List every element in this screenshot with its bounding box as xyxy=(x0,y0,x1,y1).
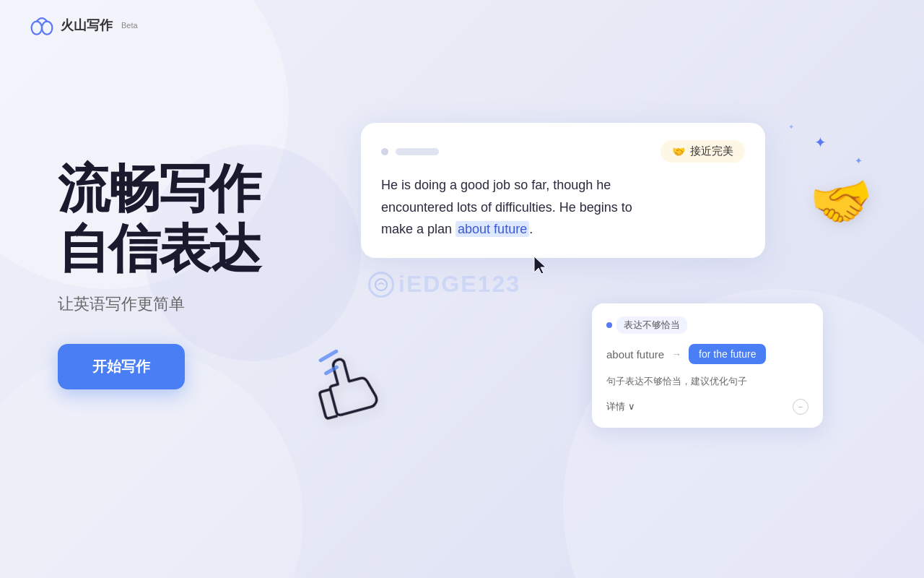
tag-label: 表达不够恰当 xyxy=(616,316,687,334)
original-text: about future xyxy=(606,348,664,361)
chevron-down-icon: ∨ xyxy=(628,401,635,412)
hero-title: 流畅写作 自信表达 xyxy=(58,159,260,279)
watermark: iEDGE123 xyxy=(368,271,520,298)
score-emoji: 🤝 xyxy=(672,145,686,158)
logo-icon xyxy=(29,12,55,38)
editor-card: 🤝 接近完美 He is doing a good job so far, th… xyxy=(361,123,765,258)
card-header: 🤝 接近完美 xyxy=(381,140,745,163)
title-bar-placeholder xyxy=(396,148,439,155)
watermark-text: iEDGE123 xyxy=(398,271,520,298)
sparkle-icon-1: ✦ xyxy=(814,134,827,151)
sparkle-icon-2: ✦ xyxy=(855,155,863,166)
sparkle-icon-3: ✦ xyxy=(788,123,794,131)
dot-1 xyxy=(381,148,388,155)
svg-point-1 xyxy=(42,22,52,35)
logo-text: 火山写作 xyxy=(61,17,113,34)
score-badge: 🤝 接近完美 xyxy=(661,140,745,163)
score-label: 接近完美 xyxy=(690,144,733,158)
replacement-pill: for the future xyxy=(689,344,766,364)
suggestion-footer: 详情 ∨ − xyxy=(606,399,808,415)
logo-area: 火山写作 Beta xyxy=(29,12,138,38)
suggestion-replacement-row: about future → for the future xyxy=(606,344,808,364)
tag-dot xyxy=(606,322,612,328)
cursor xyxy=(533,255,547,278)
detail-link-text: 详情 xyxy=(606,400,625,413)
svg-point-2 xyxy=(375,279,387,290)
suggestion-description: 句子表达不够恰当，建议优化句子 xyxy=(606,374,808,389)
highlighted-phrase: about future xyxy=(456,221,529,237)
beta-badge: Beta xyxy=(121,21,138,30)
svg-point-0 xyxy=(32,22,42,35)
wave-emoji-decoration: 🤝 xyxy=(806,168,879,238)
hero-section: 流畅写作 自信表达 让英语写作更简单 开始写作 xyxy=(58,159,260,389)
header: 火山写作 Beta xyxy=(0,0,924,51)
watermark-icon xyxy=(368,272,394,298)
suggestion-tag-row: 表达不够恰当 xyxy=(606,316,808,334)
close-icon[interactable]: − xyxy=(793,399,808,415)
detail-link[interactable]: 详情 ∨ xyxy=(606,400,635,413)
hero-subtitle: 让英语写作更简单 xyxy=(58,293,260,315)
start-writing-button[interactable]: 开始写作 xyxy=(58,344,185,389)
editor-text: He is doing a good job so far, though he… xyxy=(381,174,745,241)
thumbs-up-decoration xyxy=(300,338,401,449)
suggestion-card: 表达不够恰当 about future → for the future 句子表… xyxy=(592,303,823,428)
arrow-icon: → xyxy=(671,348,681,360)
